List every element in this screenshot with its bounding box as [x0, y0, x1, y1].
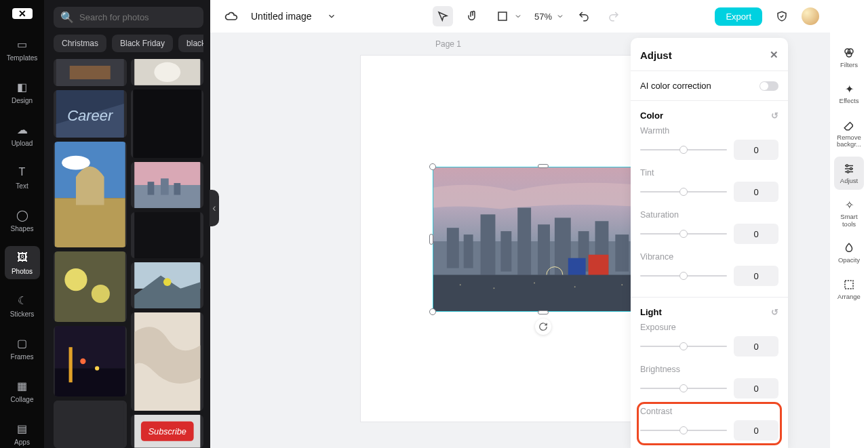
reset-light[interactable]: ↺	[771, 307, 778, 317]
tool-adjust[interactable]: Adjust	[834, 157, 864, 190]
svg-point-26	[163, 278, 171, 286]
search-box[interactable]: 🔍	[54, 7, 203, 28]
svg-point-56	[493, 287, 494, 289]
vibrance-label: Vibrance	[640, 252, 778, 262]
rail-apps[interactable]: ▤Apps	[5, 417, 40, 448]
warmth-slider[interactable]	[640, 149, 727, 150]
close-adjust[interactable]: ✕	[770, 49, 778, 61]
rail-photos[interactable]: 🖼Photos	[5, 246, 40, 279]
slider-knob[interactable]	[679, 426, 688, 434]
undo-button[interactable]	[574, 6, 594, 26]
hand-tool[interactable]	[462, 6, 483, 26]
photo-thumb[interactable]: Subscribe	[131, 415, 204, 448]
photo-thumb[interactable]	[131, 59, 204, 85]
tint-value[interactable]: 0	[734, 182, 778, 202]
resize-handle-bl[interactable]	[429, 308, 436, 315]
svg-rect-23	[174, 183, 180, 195]
app-logo[interactable]: ✕	[12, 8, 33, 19]
ai-color-toggle[interactable]	[760, 81, 778, 91]
photo-thumb[interactable]	[54, 251, 127, 322]
title-dropdown[interactable]	[321, 6, 342, 26]
tint-slider[interactable]	[640, 191, 727, 192]
photo-thumb[interactable]	[54, 142, 127, 247]
slider-knob[interactable]	[679, 146, 688, 154]
tool-opacity[interactable]: Opacity	[834, 236, 864, 269]
cursor-tool[interactable]	[433, 6, 453, 26]
export-button[interactable]: Export	[715, 7, 762, 26]
saturation-slider[interactable]	[640, 233, 727, 235]
selected-image[interactable]	[433, 167, 654, 312]
chip-christmas[interactable]: Christmas	[54, 35, 106, 52]
warmth-control: Warmth0	[640, 125, 778, 161]
arrange-icon	[842, 278, 856, 291]
rail-stickers[interactable]: ☾Stickers	[5, 289, 40, 322]
shield-icon[interactable]	[772, 6, 792, 26]
resize-handle-mt[interactable]	[538, 164, 549, 168]
rail-templates[interactable]: ▭Templates	[5, 33, 40, 66]
contrast-value[interactable]: 0	[734, 420, 778, 441]
slider-knob[interactable]	[679, 272, 688, 280]
tool-smart[interactable]: ✧Smart tools	[834, 192, 864, 233]
resize-handle-mb[interactable]	[538, 310, 549, 314]
photo-thumb[interactable]	[54, 59, 127, 86]
search-input[interactable]	[79, 12, 197, 22]
tool-remove-bg[interactable]: Remove backgr...	[834, 113, 864, 154]
brightness-control: Brightness0	[640, 363, 778, 400]
cloud-icon[interactable]	[221, 6, 241, 26]
rail-design[interactable]: ◧Design	[5, 75, 40, 108]
filters-icon	[842, 46, 856, 60]
slider-knob[interactable]	[679, 384, 688, 392]
tool-effects[interactable]: ✦Effects	[834, 77, 864, 110]
rail-frames[interactable]: ▢Frames	[5, 331, 40, 365]
photo-thumb[interactable]	[131, 89, 204, 158]
brightness-value[interactable]: 0	[734, 378, 778, 399]
exposure-slider[interactable]	[640, 346, 727, 347]
doc-title[interactable]: Untitled image	[251, 11, 312, 22]
contrast-slider[interactable]	[640, 430, 727, 431]
reset-color[interactable]: ↺	[771, 110, 778, 121]
photo-thumb[interactable]	[131, 262, 204, 308]
brightness-slider[interactable]	[640, 388, 727, 389]
slider-knob[interactable]	[679, 230, 688, 238]
photo-thumb[interactable]: Career	[54, 90, 127, 138]
chip-blackfriday[interactable]: Black Friday	[112, 35, 173, 52]
slider-knob[interactable]	[679, 342, 688, 350]
chip-black[interactable]: black	[178, 35, 203, 52]
resize-handle-tl[interactable]	[429, 163, 436, 170]
adjust-icon	[842, 162, 856, 176]
exposure-value[interactable]: 0	[734, 336, 778, 357]
rail-shapes[interactable]: ◯Shapes	[5, 203, 40, 237]
vibrance-value[interactable]: 0	[734, 266, 778, 286]
brightness-label: Brightness	[640, 365, 778, 374]
saturation-value[interactable]: 0	[734, 224, 778, 244]
photo-thumb[interactable]	[54, 401, 127, 448]
svg-point-58	[574, 286, 576, 287]
zoom-dropdown[interactable]: 57%	[532, 12, 564, 22]
tool-smart-label: Smart tools	[840, 213, 857, 228]
user-avatar[interactable]	[802, 7, 819, 25]
canvas-size-dropdown[interactable]	[492, 6, 522, 26]
rotate-handle[interactable]	[535, 319, 551, 335]
opacity-icon	[842, 241, 856, 255]
color-section-label: Color	[640, 110, 663, 121]
tool-arrange[interactable]: Arrange	[834, 272, 864, 306]
photo-thumb[interactable]	[131, 162, 204, 208]
chevron-down-icon	[556, 12, 564, 20]
photo-thumb[interactable]	[131, 312, 204, 411]
vibrance-slider[interactable]	[640, 275, 727, 277]
photo-thumb[interactable]	[131, 212, 204, 258]
rail-upload[interactable]: ☁Upload	[5, 118, 40, 151]
shapes-icon: ◯	[15, 207, 30, 222]
rail-photos-label: Photos	[12, 268, 33, 275]
rail-text[interactable]: TText	[5, 161, 40, 194]
slider-knob[interactable]	[679, 188, 688, 196]
resize-handle-ml[interactable]	[429, 234, 433, 245]
svg-rect-1	[70, 66, 111, 79]
photos-icon: 🖼	[15, 250, 30, 265]
tool-filters[interactable]: Filters	[834, 41, 864, 74]
tool-opacity-label: Opacity	[838, 257, 860, 264]
contrast-control: Contrast0	[640, 405, 778, 442]
rail-collage[interactable]: ▦Collage	[5, 374, 40, 407]
warmth-value[interactable]: 0	[734, 140, 778, 160]
photo-thumb[interactable]	[54, 326, 127, 396]
